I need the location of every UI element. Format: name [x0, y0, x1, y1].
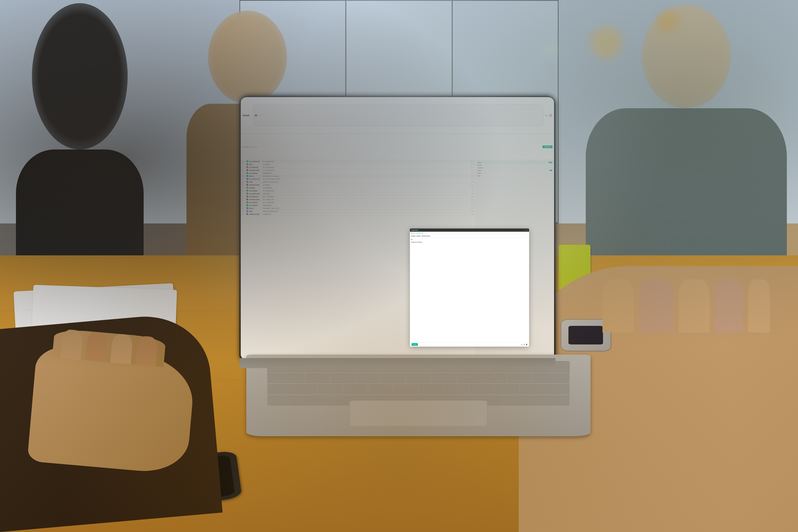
email-subject: Re : On 23 October at 19:00 ... — [262, 178, 468, 180]
email-checkbox[interactable] — [242, 167, 243, 168]
email-row[interactable]: ☆ M me, friends (2) Re : 2 new notifics … — [241, 195, 476, 198]
email-subject: New Sign-in 1 Sep at 11:00 ... — [262, 208, 468, 209]
laptop-screen-bezel: Email Search... Help — [240, 96, 555, 361]
email-date: 07:12:13 — [468, 167, 475, 168]
email-row[interactable]: ☆ C customer we need some ... Sep 9 — [241, 187, 476, 189]
trackpad[interactable] — [349, 400, 487, 426]
email-row[interactable]: ☆ M me, customer Meeting today ... Aug 1… — [241, 204, 476, 207]
email-checkbox[interactable] — [242, 184, 243, 186]
star-icon[interactable]: ☆ — [244, 196, 246, 197]
send-button[interactable]: Send — [412, 343, 418, 346]
star-icon[interactable]: ☆ — [244, 202, 246, 203]
email-checkbox[interactable] — [242, 199, 243, 200]
email-row[interactable]: ☆ M me, customer Meeting today ... Sep 2… — [241, 172, 476, 175]
subject-label: Subject: — [411, 235, 416, 237]
email-row[interactable]: ☆ E email What do you think so far? ... … — [241, 180, 476, 184]
email-checkbox[interactable] — [242, 196, 243, 197]
star-icon[interactable]: ☆ — [244, 208, 246, 209]
email-row[interactable]: ☆ C customer.no.(id) company info ... Ju… — [241, 213, 476, 216]
email-subject: What do you think so far? ... — [262, 210, 468, 212]
star-icon[interactable]: ☆ — [244, 190, 246, 191]
star-icon[interactable]: ☆ — [244, 161, 246, 162]
minimize-button[interactable]: − — [523, 229, 524, 231]
email-checkbox[interactable] — [242, 208, 243, 209]
close-button[interactable]: × — [527, 229, 528, 231]
sidebar-item-more[interactable]: More — [477, 174, 553, 177]
email-row[interactable]: ☆ L lists us New Sign-in 1 Sep at 11:00 … — [241, 207, 476, 210]
compose-button[interactable]: COMPOSE — [543, 146, 552, 148]
email-checkbox[interactable] — [242, 169, 243, 171]
menu-icon[interactable] — [549, 114, 552, 116]
email-checkbox[interactable] — [242, 175, 243, 177]
compose-subject-field[interactable]: Subject: Subject : Meeting today ... — [410, 234, 529, 238]
email-row[interactable]: ☆ C customer.no.(id) (no subject) ... Se… — [241, 184, 476, 187]
email-row[interactable]: ☆ M me, customer Re : company info ... A… — [241, 201, 476, 204]
email-row[interactable]: ☆ M me, customer (3) Re : company info .… — [241, 160, 476, 163]
email-row[interactable]: ☆ M me, friends (2) Re : 2 new notifics … — [241, 166, 476, 169]
sidebar-label: Starred — [478, 165, 482, 166]
star-icon[interactable]: ☆ — [244, 210, 246, 212]
delete-icon[interactable]: 🗑 — [526, 344, 528, 345]
star-icon[interactable]: ☆ — [244, 213, 246, 215]
email-avatar: E — [246, 181, 248, 183]
star-icon[interactable]: ☆ — [244, 175, 246, 177]
email-sender: lists us — [249, 175, 262, 177]
email-subject: (no subject) ... — [262, 193, 468, 194]
star-icon[interactable]: ☆ — [244, 167, 246, 168]
email-row[interactable]: ☆ C customer.no.(id) Re : company info .… — [241, 169, 476, 172]
email-row[interactable]: ☆ L lists us New Sign-in on Computer ...… — [241, 175, 476, 178]
star-icon[interactable]: ☆ — [244, 193, 246, 194]
email-checkbox[interactable] — [242, 202, 243, 203]
email-checkbox[interactable] — [242, 161, 243, 162]
email-checkbox[interactable] — [242, 210, 243, 212]
star-icon[interactable]: ☆ — [244, 169, 246, 171]
email-checkbox[interactable] — [242, 181, 243, 183]
star-icon[interactable]: ☆ — [244, 199, 246, 200]
email-row[interactable]: ☆ M me, customer Re : company info ... S… — [241, 189, 476, 192]
star-icon[interactable]: ☆ — [244, 184, 246, 185]
format-icon[interactable]: A — [524, 344, 525, 345]
email-subject: Re : company info ... — [262, 169, 468, 171]
email-sender: me, customer (3) — [249, 193, 262, 194]
sidebar-item-notes[interactable]: Notes — [477, 172, 553, 174]
sidebar-item-inbox[interactable]: Inbox 985 — [477, 161, 553, 164]
star-icon[interactable]: ☆ — [244, 187, 246, 188]
email-checkbox[interactable] — [242, 213, 243, 215]
email-checkbox[interactable] — [242, 190, 243, 191]
filter-more-button[interactable]: More ▾ — [245, 146, 249, 148]
email-row[interactable]: ☆ M me, customer (2) Re : On 23 October … — [241, 178, 476, 180]
search-bar[interactable]: Search... — [253, 104, 544, 126]
email-checkbox[interactable] — [242, 193, 243, 194]
sidebar-item-drafts[interactable]: Drafts 45 — [477, 169, 553, 172]
compose-to-field[interactable]: To: me, customer (2) — [410, 232, 529, 234]
expand-button[interactable]: ⤢ — [525, 229, 526, 231]
star-icon[interactable]: ☆ — [244, 205, 246, 206]
star-icon[interactable]: ☆ — [244, 178, 246, 179]
sidebar-item-sent-mail[interactable]: Sent Mail — [477, 167, 553, 169]
sidebar-item-starred[interactable]: Starred — [477, 164, 553, 167]
compose-footer: Send 📎 A 🗑 — [410, 342, 529, 347]
email-checkbox[interactable] — [242, 187, 243, 189]
email-checkbox[interactable] — [242, 205, 243, 206]
email-row[interactable]: ☆ C customer.no.(id) Re : company info .… — [241, 198, 476, 201]
sidebar-count: 45 — [550, 170, 552, 171]
sidebar-label: Notes — [478, 172, 481, 174]
attach-icon[interactable]: 📎 — [521, 344, 523, 345]
email-row[interactable]: ☆ M me, customer (3) (no subject) ... Se… — [241, 192, 476, 195]
filter-all-button[interactable]: All — [242, 146, 244, 148]
email-row[interactable]: ☆ E email What do you think so far? ... … — [241, 210, 476, 213]
compose-title: New Email — [412, 229, 418, 231]
scene: Email Search... Help — [0, 0, 798, 532]
email-checkbox[interactable] — [242, 164, 243, 165]
email-sender: customer.no.(id) — [249, 169, 262, 171]
compose-body[interactable]: Hi, Today we will have ... — [410, 238, 529, 342]
star-icon[interactable]: ☆ — [244, 181, 246, 183]
email-checkbox[interactable] — [242, 172, 243, 174]
help-link[interactable]: Help — [545, 115, 548, 116]
email-checkbox[interactable] — [242, 178, 243, 180]
email-row[interactable]: ☆ E email (no subject) ... 12:20 AM — [241, 163, 476, 166]
email-date: Sep 6 — [468, 193, 475, 194]
star-icon[interactable]: ☆ — [244, 172, 246, 174]
star-icon[interactable]: ☆ — [244, 164, 246, 165]
email-avatar: E — [246, 210, 248, 212]
